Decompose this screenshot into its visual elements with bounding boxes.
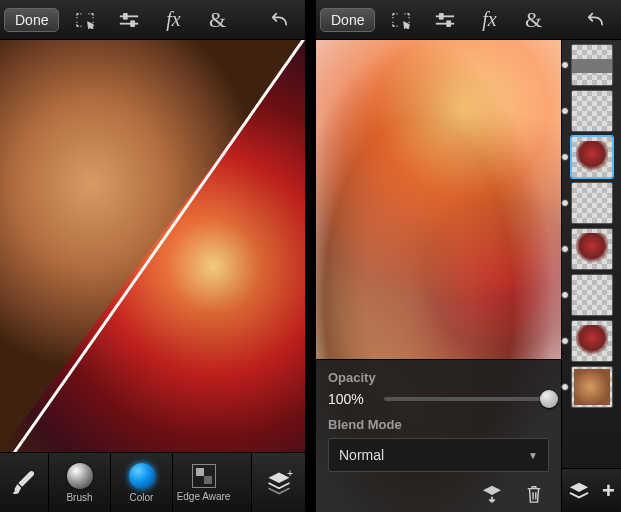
adjust-sliders-icon[interactable]: [107, 0, 151, 40]
svg-rect-8: [447, 20, 451, 26]
visibility-dot-icon[interactable]: [561, 199, 569, 207]
opacity-slider-knob[interactable]: [540, 390, 558, 408]
svg-rect-1: [124, 13, 128, 19]
paintbrush-tool-icon[interactable]: [0, 453, 48, 513]
done-button[interactable]: Done: [320, 8, 375, 32]
layer-thumb-3[interactable]: [571, 136, 613, 178]
color-label: Color: [130, 492, 154, 503]
edge-aware-label: Edge Aware: [177, 491, 231, 502]
brush-mode-button[interactable]: Brush: [48, 453, 110, 513]
ampersand-icon[interactable]: &: [511, 0, 555, 40]
done-button[interactable]: Done: [4, 8, 59, 32]
undo-icon[interactable]: [573, 0, 617, 40]
visibility-dot-icon[interactable]: [561, 245, 569, 253]
canvas-split-preview[interactable]: [0, 40, 305, 452]
selection-tool-icon[interactable]: [379, 0, 423, 40]
merge-down-icon[interactable]: [481, 484, 503, 504]
layers-panel: +: [561, 40, 621, 512]
canvas-composite[interactable]: Opacity 100% Blend Mode Normal ▼: [316, 40, 561, 512]
chevron-down-icon: ▼: [528, 450, 538, 461]
layer-thumb-1[interactable]: [571, 44, 613, 86]
fx-icon[interactable]: fx: [467, 0, 511, 40]
fx-icon[interactable]: fx: [151, 0, 195, 40]
color-mode-button[interactable]: Color: [110, 453, 172, 513]
add-layer-icon[interactable]: +: [602, 478, 615, 504]
brush-swatch-icon: [67, 463, 93, 489]
layer-thumb-4[interactable]: [571, 182, 613, 224]
visibility-dot-icon[interactable]: [561, 61, 569, 69]
trash-icon[interactable]: [525, 484, 543, 504]
visibility-dot-icon[interactable]: [561, 153, 569, 161]
ampersand-icon[interactable]: &: [195, 0, 239, 40]
layer-thumb-2[interactable]: [571, 90, 613, 132]
layer-thumb-5[interactable]: [571, 228, 613, 270]
selection-tool-icon[interactable]: [63, 0, 107, 40]
visibility-dot-icon[interactable]: [561, 383, 569, 391]
svg-rect-3: [131, 20, 135, 26]
color-swatch-icon: [129, 463, 155, 489]
layers-stack-icon[interactable]: [568, 481, 590, 501]
adjust-sliders-icon[interactable]: [423, 0, 467, 40]
layers-button[interactable]: +: [251, 453, 305, 513]
opacity-label: Opacity: [328, 370, 549, 385]
layer-thumb-6[interactable]: [571, 274, 613, 316]
top-toolbar: Done fx &: [316, 0, 621, 40]
visibility-dot-icon[interactable]: [561, 107, 569, 115]
blend-mode-label: Blend Mode: [328, 417, 549, 432]
svg-text:+: +: [286, 469, 292, 479]
layer-options-panel: Opacity 100% Blend Mode Normal ▼: [316, 359, 561, 512]
visibility-dot-icon[interactable]: [561, 337, 569, 345]
svg-rect-6: [440, 13, 444, 19]
bottom-toolbar: Brush Color Edge Aware +: [0, 452, 305, 512]
layer-thumb-7[interactable]: [571, 320, 613, 362]
opacity-value: 100%: [328, 391, 374, 407]
undo-icon[interactable]: [257, 0, 301, 40]
top-toolbar: Done fx &: [0, 0, 305, 40]
blend-mode-value: Normal: [339, 447, 384, 463]
layer-thumb-8[interactable]: [571, 366, 613, 408]
visibility-dot-icon[interactable]: [561, 291, 569, 299]
brush-label: Brush: [66, 492, 92, 503]
opacity-slider[interactable]: [384, 397, 549, 401]
blend-mode-select[interactable]: Normal ▼: [328, 438, 549, 472]
edge-aware-icon: [192, 464, 216, 488]
edge-aware-button[interactable]: Edge Aware: [172, 453, 234, 513]
